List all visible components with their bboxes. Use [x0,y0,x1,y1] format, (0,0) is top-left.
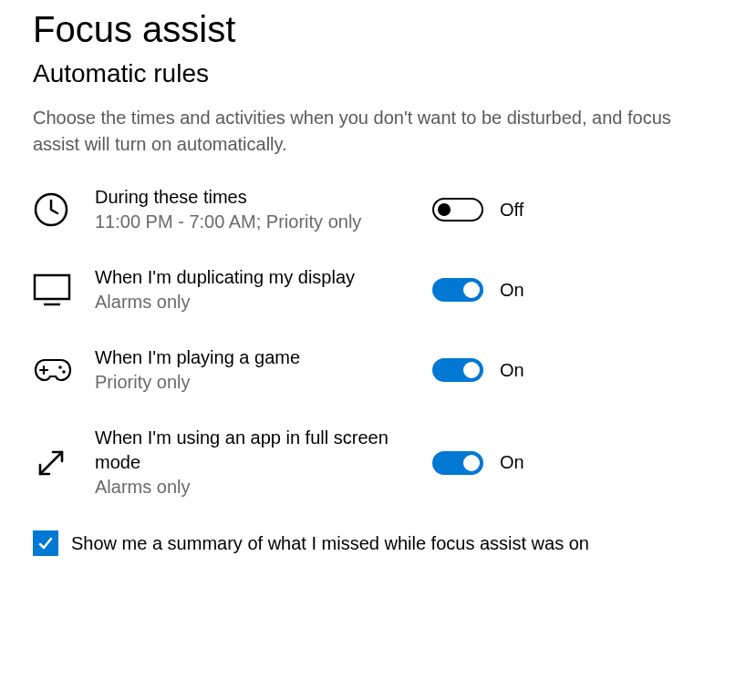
summary-checkbox-label: Show me a summary of what I missed while… [71,533,589,554]
section-title: Automatic rules [33,59,703,88]
toggle-label: Off [500,200,527,221]
summary-checkbox[interactable] [33,530,58,556]
svg-rect-1 [35,275,69,299]
rule-title: When I'm duplicating my display [95,265,421,290]
rule-subtitle: 11:00 PM - 7:00 AM; Priority only [95,210,421,234]
rule-subtitle: Alarms only [95,290,421,314]
rule-subtitle: Alarms only [95,475,421,499]
rule-title: When I'm using an app in full screen mod… [95,426,421,475]
page-title: Focus assist [33,9,703,50]
section-description: Choose the times and activities when you… [33,105,703,158]
toggle-during-times[interactable] [432,198,483,221]
toggle-label: On [500,452,527,473]
rule-subtitle: Priority only [95,370,421,395]
monitor-icon [33,273,77,306]
fullscreen-arrow-icon [33,445,77,481]
rule-fullscreen-app[interactable]: When I'm using an app in full screen mod… [33,426,703,499]
toggle-fullscreen-app[interactable] [432,451,483,475]
toggle-duplicating-display[interactable] [432,278,483,302]
rule-duplicating-display[interactable]: When I'm duplicating my display Alarms o… [33,265,703,314]
gamepad-icon [33,356,77,384]
summary-checkbox-row[interactable]: Show me a summary of what I missed while… [33,530,703,556]
toggle-playing-game[interactable] [432,358,483,382]
rule-playing-game[interactable]: When I'm playing a game Priority only On [33,345,703,395]
rule-title: When I'm playing a game [95,345,421,370]
toggle-label: On [500,280,527,301]
toggle-label: On [500,360,527,381]
rule-title: During these times [95,185,421,210]
svg-point-3 [62,370,66,374]
clock-icon [33,191,77,228]
svg-point-2 [58,365,62,369]
rule-during-times[interactable]: During these times 11:00 PM - 7:00 AM; P… [33,185,703,234]
